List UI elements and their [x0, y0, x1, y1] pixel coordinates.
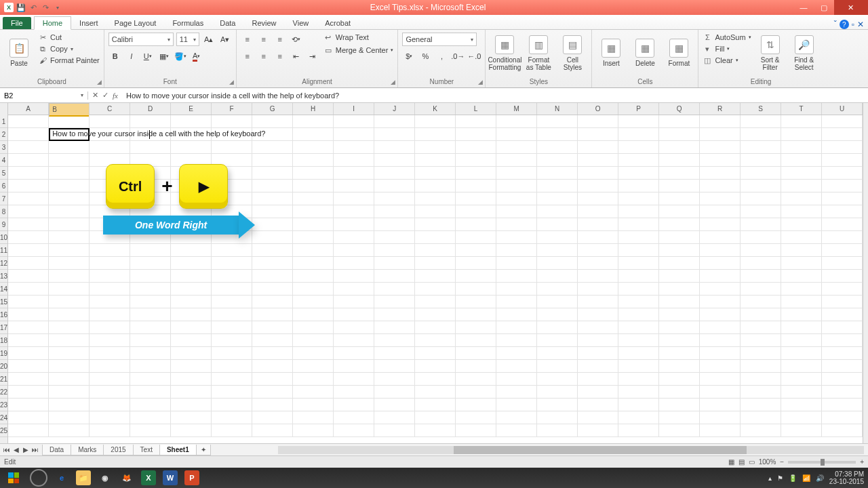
wrap-text-button[interactable]: ↩Wrap Text — [323, 33, 394, 42]
view-normal-icon[interactable]: ▦ — [728, 458, 734, 466]
sheet-nav-last-icon[interactable]: ⏭ — [31, 446, 39, 453]
row-header[interactable]: 20 — [0, 360, 7, 373]
volume-icon[interactable]: 🔊 — [816, 474, 824, 482]
row-header[interactable]: 25 — [0, 424, 7, 437]
row-header[interactable]: 9 — [0, 218, 7, 231]
minimize-button[interactable]: — — [793, 0, 814, 15]
row-header[interactable]: 15 — [0, 296, 7, 308]
align-middle-button[interactable]: ≡ — [257, 33, 271, 46]
row-header[interactable]: 24 — [0, 411, 7, 424]
row-header[interactable]: 23 — [0, 399, 7, 411]
alignment-launcher-icon[interactable]: ◢ — [391, 79, 395, 85]
cell-styles-button[interactable]: ▤Cell Styles — [557, 33, 587, 73]
row-header[interactable]: 16 — [0, 308, 7, 321]
col-header[interactable]: S — [741, 103, 781, 115]
number-format-select[interactable]: General▾ — [402, 33, 477, 46]
increase-decimal-button[interactable]: .0→ — [451, 49, 465, 63]
sheet-nav-first-icon[interactable]: ⏮ — [3, 446, 11, 453]
minimize-ribbon-icon[interactable]: ˇ — [834, 20, 837, 29]
firefox-icon[interactable]: 🦊 — [119, 470, 134, 485]
col-header[interactable]: G — [252, 103, 293, 115]
percent-button[interactable]: % — [418, 49, 432, 63]
shrink-font-button[interactable]: A▾ — [218, 33, 232, 46]
tab-review[interactable]: Review — [243, 17, 284, 29]
currency-button[interactable]: $▾ — [402, 49, 416, 63]
grow-font-button[interactable]: A▴ — [202, 33, 216, 46]
format-cells-button[interactable]: ▦Format — [664, 33, 694, 73]
underline-button[interactable]: U▾ — [141, 49, 155, 63]
zoom-slider[interactable] — [788, 461, 856, 464]
tab-pagelayout[interactable]: Page Layout — [106, 17, 165, 29]
autosum-button[interactable]: ΣAutoSum▾ — [703, 33, 751, 42]
tab-insert[interactable]: Insert — [71, 17, 106, 29]
view-pagelayout-icon[interactable]: ▤ — [738, 458, 745, 466]
insert-cells-button[interactable]: ▦Insert — [596, 33, 626, 73]
align-left-button[interactable]: ≡ — [241, 49, 254, 63]
col-header[interactable]: D — [130, 103, 171, 115]
explorer-icon[interactable]: 📁 — [76, 470, 91, 485]
row-header[interactable]: 2 — [0, 128, 7, 141]
excel-taskbar-icon[interactable]: X — [141, 470, 156, 485]
zoom-in-button[interactable]: + — [860, 458, 864, 466]
enter-edit-icon[interactable]: ✓ — [102, 91, 108, 100]
find-select-button[interactable]: 🔎Find & Select — [789, 33, 819, 73]
cancel-edit-icon[interactable]: ✕ — [92, 91, 98, 100]
paste-button[interactable]: 📋 Paste — [4, 33, 34, 73]
col-header[interactable]: C — [90, 103, 130, 115]
col-header[interactable]: P — [618, 103, 659, 115]
qat-more-icon[interactable]: ▾ — [53, 3, 62, 12]
view-pagebreak-icon[interactable]: ▭ — [749, 458, 755, 466]
col-header[interactable]: M — [496, 103, 537, 115]
cut-button[interactable]: ✂Cut — [38, 33, 100, 42]
name-box[interactable]: B2▾ — [0, 92, 88, 100]
col-header[interactable]: U — [822, 103, 863, 115]
col-header[interactable]: I — [334, 103, 374, 115]
sort-filter-button[interactable]: ⇅Sort & Filter — [755, 33, 785, 73]
col-header[interactable]: B — [49, 103, 90, 117]
row-header[interactable]: 1 — [0, 115, 7, 128]
zoom-level[interactable]: 100% — [759, 458, 776, 466]
start-button[interactable] — [4, 470, 23, 486]
action-center-icon[interactable]: ⚑ — [777, 474, 783, 482]
clear-button[interactable]: ◫Clear▾ — [703, 56, 751, 65]
ie-icon[interactable]: e — [54, 470, 69, 485]
comma-button[interactable]: , — [435, 49, 448, 63]
font-color-button[interactable]: A▾ — [190, 49, 203, 63]
vertical-scrollbar[interactable] — [863, 103, 868, 443]
fill-button[interactable]: ▾Fill▾ — [703, 44, 751, 54]
row-header[interactable]: 6 — [0, 180, 7, 192]
border-button[interactable]: ▦▾ — [157, 49, 171, 63]
save-icon[interactable]: 💾 — [16, 3, 26, 12]
undo-icon[interactable]: ↶ — [28, 3, 38, 12]
zoom-out-button[interactable]: − — [780, 458, 784, 466]
row-header[interactable]: 12 — [0, 257, 7, 270]
battery-icon[interactable]: 🔋 — [789, 474, 797, 482]
italic-button[interactable]: I — [125, 49, 138, 63]
col-header[interactable]: T — [781, 103, 822, 115]
taskbar-circle-icon[interactable] — [30, 469, 47, 487]
row-header[interactable]: 3 — [0, 141, 7, 154]
network-icon[interactable]: 📶 — [802, 474, 810, 482]
tab-view[interactable]: View — [285, 17, 317, 29]
tab-file[interactable]: File — [3, 17, 31, 29]
insert-function-icon[interactable]: fx — [113, 92, 118, 100]
restore-window-icon[interactable]: ▫ — [852, 20, 854, 29]
tab-home[interactable]: Home — [34, 16, 71, 30]
sheet-tab-text[interactable]: Text — [133, 445, 160, 455]
tab-formulas[interactable]: Formulas — [164, 17, 212, 29]
fill-color-button[interactable]: 🪣▾ — [174, 49, 187, 63]
format-painter-button[interactable]: 🖌Format Painter — [38, 56, 100, 65]
delete-cells-button[interactable]: ▦Delete — [630, 33, 660, 73]
number-launcher-icon[interactable]: ◢ — [478, 79, 483, 85]
indent-left-button[interactable]: ⇤ — [290, 49, 303, 63]
row-header[interactable]: 14 — [0, 283, 7, 296]
decrease-decimal-button[interactable]: ←.0 — [467, 49, 481, 63]
col-header[interactable]: O — [578, 103, 618, 115]
col-header[interactable]: L — [456, 103, 496, 115]
help-icon[interactable]: ? — [840, 20, 849, 29]
sheet-tab-sheet1[interactable]: Sheet1 — [159, 445, 197, 455]
row-header[interactable]: 4 — [0, 154, 7, 167]
row-header[interactable]: 5 — [0, 167, 7, 180]
sheet-tab-marks[interactable]: Marks — [71, 445, 104, 455]
clipboard-launcher-icon[interactable]: ◢ — [97, 79, 102, 85]
